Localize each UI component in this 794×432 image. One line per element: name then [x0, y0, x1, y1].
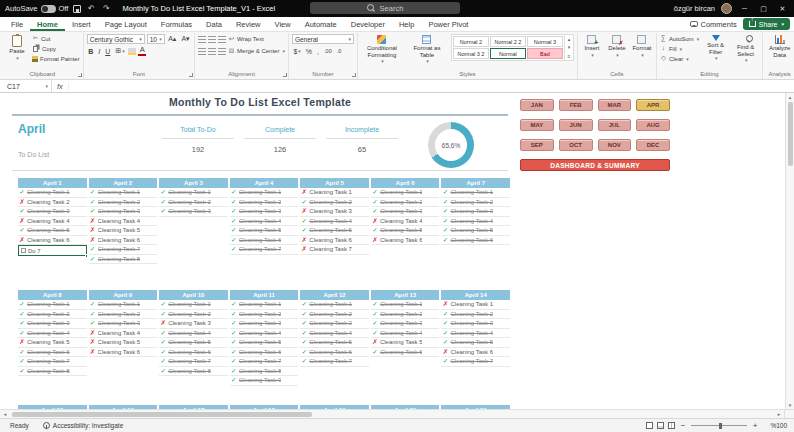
task-cell[interactable]: ✓Cleaning Task 5 [300, 226, 369, 236]
scroll-down-icon[interactable]: ▾ [568, 44, 571, 50]
task-cell[interactable]: ✓Cleaning Task 4 [230, 329, 299, 339]
zoom-slider-knob[interactable] [719, 423, 722, 429]
month-button-mar[interactable]: MAR [598, 99, 632, 111]
format-as-table-button[interactable]: Format as Table ▾ [406, 34, 448, 65]
day-header-cell[interactable]: April 18 [230, 405, 299, 409]
task-cell[interactable]: ✓Cleaning Task 2 [371, 310, 440, 320]
task-cell[interactable]: ✓Cleaning Task 1 [159, 300, 228, 310]
task-cell[interactable]: ✗Cleaning Task 2 [18, 198, 87, 208]
vscroll-thumb[interactable] [788, 102, 793, 166]
task-cell[interactable]: ✓Cleaning Task 7 [89, 245, 158, 255]
zoom-out-button[interactable]: − [679, 421, 687, 430]
day-header-cell[interactable]: April 6 [371, 178, 440, 188]
day-header-cell[interactable]: April 7 [441, 178, 510, 188]
task-cell[interactable]: ✓Cleaning Task 8 [230, 367, 299, 377]
style-chip-normal[interactable]: Normal [490, 48, 526, 59]
dialog-launcher-icon[interactable] [78, 73, 82, 77]
user-avatar[interactable] [721, 3, 732, 14]
tab-view[interactable]: View [268, 17, 298, 31]
month-button-jan[interactable]: JAN [520, 99, 554, 111]
italic-button[interactable]: I [97, 46, 102, 56]
save-icon[interactable] [73, 5, 81, 13]
month-button-jul[interactable]: JUL [598, 119, 632, 131]
dialog-launcher-icon[interactable] [352, 73, 356, 77]
comma-style-button[interactable]: , [316, 46, 321, 56]
day-header-cell[interactable]: April 16 [89, 405, 158, 409]
comments-button[interactable]: Comments [690, 20, 737, 29]
decrease-decimal-button[interactable]: .0 [335, 46, 343, 56]
task-cell[interactable]: ✓Cleaning Task 4 [441, 217, 510, 227]
zoom-level[interactable]: %100 [763, 422, 787, 429]
align-middle-icon[interactable] [208, 36, 216, 43]
task-cell[interactable]: ✓Cleaning Task 6 [371, 348, 440, 358]
tab-data[interactable]: Data [199, 17, 229, 31]
scroll-left-icon[interactable]: ◂ [0, 411, 10, 417]
font-color-button[interactable]: A [138, 46, 146, 56]
copy-button[interactable]: Copy [32, 44, 80, 53]
month-button-sep[interactable]: SEP [520, 139, 554, 151]
scroll-right-icon[interactable]: ▸ [774, 411, 784, 417]
autosave-toggle[interactable]: AutoSave Off [5, 4, 68, 13]
maximize-button[interactable]: ▢ [757, 5, 770, 13]
month-button-dec[interactable]: DEC [636, 139, 670, 151]
number-format-select[interactable]: General▾ [292, 34, 354, 44]
worksheet[interactable]: Monthly To Do List Excel Template April … [0, 93, 785, 409]
month-button-aug[interactable]: AUG [636, 119, 670, 131]
autosave-toggle-pill[interactable] [41, 5, 56, 13]
task-cell[interactable]: ✗Cleaning Task 6 [300, 236, 369, 246]
task-cell[interactable]: ✓Cleaning Task 7 [230, 357, 299, 367]
autosum-button[interactable]: ∑AutoSum▾ [660, 34, 699, 43]
wrap-text-button[interactable]: ↩Wrap Text [228, 34, 264, 44]
conditional-formatting-button[interactable]: Conditional Formatting ▾ [361, 34, 403, 65]
task-cell[interactable]: ✓Cleaning Task 6 [230, 348, 299, 358]
task-cell[interactable]: ✓Cleaning Task 1 [300, 300, 369, 310]
task-cell[interactable]: ✓Cleaning Task 5 [230, 226, 299, 236]
task-cell[interactable]: ✓Cleaning Task 3 [441, 207, 510, 217]
delete-cells-button[interactable]: Delete▾ [606, 34, 628, 58]
dialog-launcher-icon[interactable] [189, 73, 193, 77]
task-cell[interactable]: ✓Cleaning Task 7 [159, 357, 228, 367]
tab-review[interactable]: Review [229, 17, 268, 31]
task-cell[interactable]: ✓Cleaning Task 6 [159, 348, 228, 358]
page-break-view-icon[interactable] [668, 422, 675, 429]
day-header-cell[interactable]: April 14 [441, 290, 510, 300]
task-cell[interactable]: ✓Cleaning Task 3 [300, 319, 369, 329]
task-cell[interactable]: ✓Cleaning Task 4 [18, 329, 87, 339]
month-button-jun[interactable]: JUN [559, 119, 593, 131]
gallery-scroll[interactable]: ▴▾≡ [564, 35, 573, 60]
hscroll-track[interactable] [10, 410, 774, 418]
task-cell[interactable]: ✓Cleaning Task 2 [230, 310, 299, 320]
decrease-font-size-button[interactable]: A▾ [180, 34, 191, 44]
day-header-cell[interactable]: April 11 [230, 290, 299, 300]
day-header-cell[interactable]: April 5 [300, 178, 369, 188]
style-chip-normal-2[interactable]: Normal 2 [453, 36, 489, 47]
user-name[interactable]: özgür bircan [674, 4, 715, 13]
tab-help[interactable]: Help [392, 17, 421, 31]
scroll-down-icon[interactable]: ▾ [789, 402, 792, 408]
task-cell[interactable]: ✗Cleaning Task 5 [18, 338, 87, 348]
task-cell[interactable]: ✓Cleaning Task 3 [230, 319, 299, 329]
task-cell[interactable]: ✗Cleaning Task 4 [18, 217, 87, 227]
day-header-cell[interactable]: April 21 [441, 405, 510, 409]
day-header-cell[interactable]: April 17 [159, 405, 228, 409]
vertical-scrollbar[interactable]: ▴ ▾ [785, 93, 794, 409]
align-top-icon[interactable] [198, 36, 206, 43]
task-cell[interactable]: ✓Cleaning Task 1 [230, 300, 299, 310]
task-cell[interactable]: ✗Cleaning Task 4 [371, 217, 440, 227]
paste-button[interactable]: Paste ▾ [5, 34, 29, 61]
task-cell[interactable]: ✓Cleaning Task 3 [18, 319, 87, 329]
format-painter-button[interactable]: Format Painter [32, 54, 80, 63]
day-header-cell[interactable]: April 15 [18, 405, 87, 409]
task-cell[interactable]: ✓Cleaning Task 2 [18, 310, 87, 320]
task-cell[interactable]: ✓Cleaning Task 3 [89, 319, 158, 329]
align-right-icon[interactable] [218, 48, 226, 55]
task-cell[interactable]: ✗Cleaning Task 7 [300, 245, 369, 255]
task-cell[interactable]: ✗Cleaning Task 1 [300, 188, 369, 198]
clear-button[interactable]: ◇Clear▾ [660, 54, 699, 63]
task-cell[interactable]: ✗Cleaning Task 5 [89, 338, 158, 348]
task-cell[interactable]: ✗Cleaning Task 3 [159, 319, 228, 329]
day-header-cell[interactable]: April 3 [159, 178, 228, 188]
name-box[interactable]: C17▾ [0, 80, 52, 92]
task-cell[interactable]: ✓Cleaning Task 1 [18, 300, 87, 310]
scroll-up-icon[interactable]: ▴ [789, 94, 792, 100]
